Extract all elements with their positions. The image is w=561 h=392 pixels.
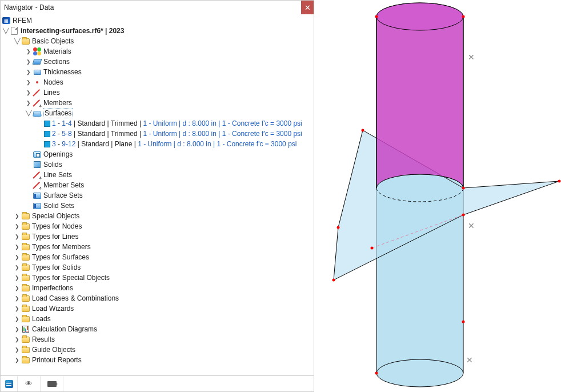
surface-sets[interactable]: Surface Sets <box>1 190 314 201</box>
chevron-right-icon[interactable]: ❯ <box>13 315 21 323</box>
chevron-right-icon[interactable]: ❯ <box>13 325 21 333</box>
folder-item[interactable]: ❯ Load Wizards <box>1 303 314 314</box>
folder-item[interactable]: ❯ Types for Solids <box>1 262 314 273</box>
folder-icon <box>21 335 30 344</box>
model-node[interactable] <box>375 372 378 375</box>
eye-icon: 👁 <box>25 379 33 388</box>
nodes-icon <box>33 78 42 87</box>
tree-root[interactable]: ▦ RFEM <box>1 15 314 26</box>
folder-icon <box>21 355 30 365</box>
app-icon: ▦ <box>2 16 11 25</box>
folder-label: Loads <box>32 314 51 324</box>
chevron-right-icon[interactable]: ❯ <box>13 222 21 230</box>
chevron-right-icon[interactable]: ❯ <box>25 78 33 86</box>
line-sets-label: Line Sets <box>43 170 72 180</box>
chevron-right-icon[interactable]: ❯ <box>13 305 21 313</box>
chevron-right-icon[interactable]: ❯ <box>25 47 33 55</box>
chevron-right-icon[interactable]: ❯ <box>13 294 21 302</box>
folder-item[interactable]: ❯ Guide Objects <box>1 345 314 355</box>
chevron-right-icon[interactable]: ❯ <box>13 356 21 364</box>
surface-item[interactable]: 2 - 5-8 | Standard | Trimmed | 1 - Unifo… <box>1 129 314 139</box>
basic-objects[interactable]: ╲╱ Basic Objects <box>1 36 314 46</box>
folder-icon <box>21 37 30 46</box>
folder-label: Results <box>32 334 55 345</box>
folder-item[interactable]: ❯ Types for Special Objects <box>1 273 314 283</box>
folder-item[interactable]: ❯ Loads <box>1 314 314 324</box>
surface-item[interactable]: 3 - 9-12 | Standard | Plane | 1 - Unifor… <box>1 139 314 149</box>
model-node[interactable] <box>462 187 465 190</box>
model-node[interactable] <box>462 15 465 18</box>
folder-item[interactable]: ❯ Load Cases & Combinations <box>1 293 314 303</box>
chevron-right-icon[interactable]: ❯ <box>13 253 21 261</box>
chevron-right-icon[interactable]: ❯ <box>25 58 33 66</box>
openings[interactable]: Openings <box>1 149 314 159</box>
solids-label: Solids <box>43 159 62 170</box>
surface-sets-icon <box>33 191 42 200</box>
model-node[interactable] <box>362 129 364 132</box>
lines[interactable]: ❯ Lines <box>1 87 314 98</box>
sections[interactable]: ❯ Sections <box>1 57 314 67</box>
folder-label: Types for Special Objects <box>32 273 110 283</box>
file-icon <box>10 26 19 35</box>
folder-item[interactable]: ❯ Types for Members <box>1 242 314 252</box>
folder-label: Load Wizards <box>32 303 74 314</box>
chevron-down-icon[interactable]: ╲╱ <box>13 37 21 45</box>
color-swatch <box>44 121 50 127</box>
model-node[interactable] <box>558 180 561 183</box>
folder-icon <box>21 242 30 251</box>
member-sets-icon <box>33 181 42 190</box>
folder-item[interactable]: ❯ Types for Lines <box>1 231 314 242</box>
chevron-right-icon[interactable]: ❯ <box>25 89 33 97</box>
solid-sets[interactable]: Solid Sets <box>1 201 314 211</box>
solids-icon <box>33 160 42 169</box>
folder-label: Types for Surfaces <box>32 252 89 262</box>
tab-visibility[interactable]: 👁 <box>18 376 41 391</box>
folder-item[interactable]: ❯ Types for Surfaces <box>1 252 314 262</box>
chevron-right-icon[interactable]: ❯ <box>13 335 21 343</box>
member-sets[interactable]: Member Sets <box>1 180 314 190</box>
folder-label: Types for Lines <box>32 231 78 242</box>
tree-file[interactable]: ╲╱ intersecting-surfaces.rf6* | 2023 <box>1 26 314 36</box>
tab-data[interactable] <box>1 376 18 391</box>
tab-views[interactable] <box>41 376 63 391</box>
folder-item[interactable]: ❯ Results <box>1 334 314 345</box>
folder-item[interactable]: ❯ Types for Nodes <box>1 221 314 231</box>
surfaces[interactable]: ╲╱ Surfaces <box>1 108 314 118</box>
chevron-right-icon[interactable]: ❯ <box>13 212 21 220</box>
chevron-right-icon[interactable]: ❯ <box>25 68 33 76</box>
chevron-down-icon[interactable]: ╲╱ <box>25 109 33 117</box>
chevron-right-icon[interactable]: ❯ <box>13 346 21 354</box>
chevron-down-icon[interactable]: ╲╱ <box>2 27 10 35</box>
chevron-right-icon[interactable]: ❯ <box>25 99 33 107</box>
surface-item[interactable]: 1 - 1-4 | Standard | Trimmed | 1 - Unifo… <box>1 118 314 129</box>
folder-item[interactable]: ❯ Special Objects <box>1 211 314 221</box>
folder-icon <box>21 304 30 313</box>
thicknesses[interactable]: ❯ Thicknesses <box>1 67 314 77</box>
close-button[interactable]: ✕ <box>301 1 314 14</box>
calculation-diagrams[interactable]: ❯ Calculation Diagrams <box>1 324 314 334</box>
members[interactable]: ❯ Members <box>1 98 314 108</box>
model-node[interactable] <box>462 214 465 217</box>
solids[interactable]: Solids <box>1 159 314 170</box>
folder-icon <box>21 211 30 221</box>
section-marker: ✕ <box>468 221 475 230</box>
chevron-right-icon[interactable]: ❯ <box>13 274 21 282</box>
chevron-right-icon[interactable]: ❯ <box>13 263 21 271</box>
model-node[interactable] <box>462 321 465 323</box>
tree-view[interactable]: ▦ RFEM ╲╱ intersecting-surfaces.rf6* | 2… <box>1 14 314 375</box>
model-viewport[interactable]: ✕✕✕ <box>314 0 561 392</box>
model-node[interactable] <box>337 226 340 229</box>
chevron-right-icon[interactable]: ❯ <box>13 284 21 292</box>
folder-item[interactable]: ❯ Printout Reports <box>1 355 314 365</box>
model-node[interactable] <box>332 279 335 282</box>
nodes[interactable]: ❯ Nodes <box>1 77 314 87</box>
solid-sets-icon <box>33 201 42 210</box>
folder-item[interactable]: ❯ Imperfections <box>1 283 314 293</box>
model-node[interactable] <box>375 15 378 18</box>
line-sets[interactable]: Line Sets <box>1 170 314 180</box>
materials[interactable]: ❯ Materials <box>1 46 314 57</box>
model-node[interactable] <box>371 247 374 250</box>
chevron-right-icon[interactable]: ❯ <box>13 243 21 251</box>
chevron-right-icon[interactable]: ❯ <box>13 233 21 241</box>
members-label: Members <box>43 98 72 108</box>
